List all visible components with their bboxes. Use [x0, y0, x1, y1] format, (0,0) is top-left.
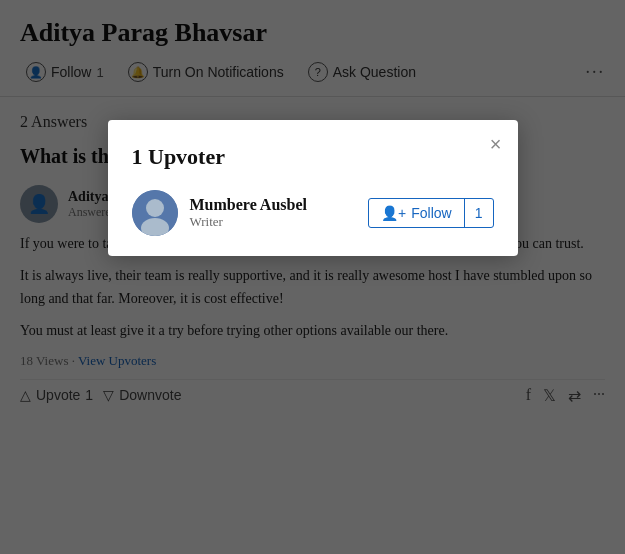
upvoter-avatar — [132, 190, 178, 236]
modal-title: 1 Upvoter — [132, 144, 494, 170]
upvoters-modal: 1 Upvoter × Mumbere Ausbel Writer 👤+ Fol… — [108, 120, 518, 256]
upvoter-row: Mumbere Ausbel Writer 👤+ Follow 1 — [132, 190, 494, 236]
modal-follow-label: Follow — [411, 205, 451, 221]
modal-close-button[interactable]: × — [490, 134, 502, 154]
upvoter-info: Mumbere Ausbel Writer — [190, 196, 357, 230]
svg-point-1 — [146, 199, 164, 217]
modal-overlay: 1 Upvoter × Mumbere Ausbel Writer 👤+ Fol… — [0, 0, 625, 554]
modal-follow-button-group[interactable]: 👤+ Follow 1 — [368, 198, 493, 228]
upvoter-role: Writer — [190, 214, 357, 230]
modal-follow-count[interactable]: 1 — [464, 199, 493, 227]
follow-person-icon: 👤+ — [381, 205, 406, 221]
upvoter-avatar-img — [132, 190, 178, 236]
upvoter-name: Mumbere Ausbel — [190, 196, 357, 214]
modal-follow-button[interactable]: 👤+ Follow — [369, 199, 464, 227]
